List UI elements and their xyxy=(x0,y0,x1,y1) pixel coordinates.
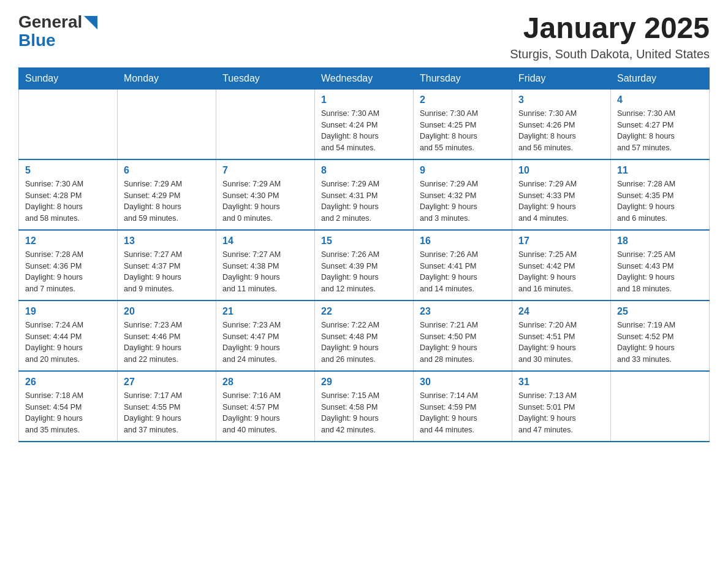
day-number: 28 xyxy=(222,377,308,388)
day-info: Sunrise: 7:29 AMSunset: 4:32 PMDaylight:… xyxy=(420,178,506,224)
calendar-cell: 29Sunrise: 7:15 AMSunset: 4:58 PMDayligh… xyxy=(315,371,414,442)
day-info: Sunrise: 7:23 AMSunset: 4:46 PMDaylight:… xyxy=(124,320,210,366)
day-number: 29 xyxy=(321,377,407,388)
day-number: 12 xyxy=(25,236,111,247)
day-info: Sunrise: 7:25 AMSunset: 4:42 PMDaylight:… xyxy=(518,249,604,295)
day-info: Sunrise: 7:29 AMSunset: 4:31 PMDaylight:… xyxy=(321,178,407,224)
day-number: 20 xyxy=(124,306,210,317)
day-number: 5 xyxy=(25,165,111,176)
day-info: Sunrise: 7:26 AMSunset: 4:39 PMDaylight:… xyxy=(321,249,407,295)
calendar-cell xyxy=(611,371,710,442)
day-info: Sunrise: 7:30 AMSunset: 4:25 PMDaylight:… xyxy=(420,108,506,154)
calendar-cell xyxy=(19,89,118,159)
day-info: Sunrise: 7:21 AMSunset: 4:50 PMDaylight:… xyxy=(420,320,506,366)
calendar-cell: 21Sunrise: 7:23 AMSunset: 4:47 PMDayligh… xyxy=(216,301,315,371)
calendar-cell: 8Sunrise: 7:29 AMSunset: 4:31 PMDaylight… xyxy=(315,159,414,230)
calendar-week-5: 26Sunrise: 7:18 AMSunset: 4:54 PMDayligh… xyxy=(19,371,710,442)
page-header: General Blue January 2025 Sturgis, South… xyxy=(18,12,710,61)
weekday-header-sunday: Sunday xyxy=(19,67,118,89)
calendar-cell: 3Sunrise: 7:30 AMSunset: 4:26 PMDaylight… xyxy=(512,89,611,159)
day-info: Sunrise: 7:29 AMSunset: 4:30 PMDaylight:… xyxy=(222,178,308,224)
calendar-header-row: SundayMondayTuesdayWednesdayThursdayFrid… xyxy=(19,67,710,89)
day-info: Sunrise: 7:20 AMSunset: 4:51 PMDaylight:… xyxy=(518,320,604,366)
day-number: 13 xyxy=(124,236,210,247)
day-info: Sunrise: 7:30 AMSunset: 4:24 PMDaylight:… xyxy=(321,108,407,154)
day-number: 31 xyxy=(518,377,604,388)
day-number: 2 xyxy=(420,94,506,105)
calendar-cell: 4Sunrise: 7:30 AMSunset: 4:27 PMDaylight… xyxy=(611,89,710,159)
calendar-cell: 26Sunrise: 7:18 AMSunset: 4:54 PMDayligh… xyxy=(19,371,118,442)
calendar-cell: 5Sunrise: 7:30 AMSunset: 4:28 PMDaylight… xyxy=(19,159,118,230)
day-info: Sunrise: 7:15 AMSunset: 4:58 PMDaylight:… xyxy=(321,390,407,436)
calendar-cell: 31Sunrise: 7:13 AMSunset: 5:01 PMDayligh… xyxy=(512,371,611,442)
day-number: 7 xyxy=(222,165,308,176)
calendar-cell: 7Sunrise: 7:29 AMSunset: 4:30 PMDaylight… xyxy=(216,159,315,230)
day-number: 22 xyxy=(321,306,407,317)
day-number: 4 xyxy=(617,94,703,105)
calendar-cell: 1Sunrise: 7:30 AMSunset: 4:24 PMDaylight… xyxy=(315,89,414,159)
calendar-cell: 18Sunrise: 7:25 AMSunset: 4:43 PMDayligh… xyxy=(611,230,710,301)
weekday-header-saturday: Saturday xyxy=(611,67,710,89)
calendar-cell: 6Sunrise: 7:29 AMSunset: 4:29 PMDaylight… xyxy=(118,159,216,230)
day-info: Sunrise: 7:30 AMSunset: 4:26 PMDaylight:… xyxy=(518,108,604,154)
day-number: 6 xyxy=(124,165,210,176)
day-info: Sunrise: 7:30 AMSunset: 4:27 PMDaylight:… xyxy=(617,108,703,154)
day-info: Sunrise: 7:23 AMSunset: 4:47 PMDaylight:… xyxy=(222,320,308,366)
day-info: Sunrise: 7:14 AMSunset: 4:59 PMDaylight:… xyxy=(420,390,506,436)
day-number: 15 xyxy=(321,236,407,247)
day-info: Sunrise: 7:27 AMSunset: 4:37 PMDaylight:… xyxy=(124,249,210,295)
day-number: 14 xyxy=(222,236,308,247)
day-info: Sunrise: 7:30 AMSunset: 4:28 PMDaylight:… xyxy=(25,178,111,224)
calendar-table: SundayMondayTuesdayWednesdayThursdayFrid… xyxy=(18,67,710,442)
day-info: Sunrise: 7:24 AMSunset: 4:44 PMDaylight:… xyxy=(25,320,111,366)
day-info: Sunrise: 7:16 AMSunset: 4:57 PMDaylight:… xyxy=(222,390,308,436)
svg-marker-0 xyxy=(84,16,97,29)
calendar-cell: 10Sunrise: 7:29 AMSunset: 4:33 PMDayligh… xyxy=(512,159,611,230)
day-number: 18 xyxy=(617,236,703,247)
day-number: 1 xyxy=(321,94,407,105)
calendar-cell: 30Sunrise: 7:14 AMSunset: 4:59 PMDayligh… xyxy=(414,371,512,442)
day-info: Sunrise: 7:26 AMSunset: 4:41 PMDaylight:… xyxy=(420,249,506,295)
day-number: 11 xyxy=(617,165,703,176)
calendar-cell: 19Sunrise: 7:24 AMSunset: 4:44 PMDayligh… xyxy=(19,301,118,371)
calendar-week-1: 1Sunrise: 7:30 AMSunset: 4:24 PMDaylight… xyxy=(19,89,710,159)
logo: General Blue xyxy=(18,12,97,49)
day-info: Sunrise: 7:18 AMSunset: 4:54 PMDaylight:… xyxy=(25,390,111,436)
calendar-cell xyxy=(216,89,315,159)
day-info: Sunrise: 7:19 AMSunset: 4:52 PMDaylight:… xyxy=(617,320,703,366)
calendar-cell: 2Sunrise: 7:30 AMSunset: 4:25 PMDaylight… xyxy=(414,89,512,159)
day-info: Sunrise: 7:22 AMSunset: 4:48 PMDaylight:… xyxy=(321,320,407,366)
weekday-header-wednesday: Wednesday xyxy=(315,67,414,89)
day-number: 30 xyxy=(420,377,506,388)
day-number: 26 xyxy=(25,377,111,388)
day-info: Sunrise: 7:17 AMSunset: 4:55 PMDaylight:… xyxy=(124,390,210,436)
logo-general-text: General xyxy=(18,12,82,32)
day-info: Sunrise: 7:29 AMSunset: 4:29 PMDaylight:… xyxy=(124,178,210,224)
calendar-cell: 20Sunrise: 7:23 AMSunset: 4:46 PMDayligh… xyxy=(118,301,216,371)
calendar-cell xyxy=(118,89,216,159)
calendar-cell: 9Sunrise: 7:29 AMSunset: 4:32 PMDaylight… xyxy=(414,159,512,230)
calendar-cell: 14Sunrise: 7:27 AMSunset: 4:38 PMDayligh… xyxy=(216,230,315,301)
day-number: 17 xyxy=(518,236,604,247)
calendar-week-4: 19Sunrise: 7:24 AMSunset: 4:44 PMDayligh… xyxy=(19,301,710,371)
day-number: 10 xyxy=(518,165,604,176)
calendar-cell: 12Sunrise: 7:28 AMSunset: 4:36 PMDayligh… xyxy=(19,230,118,301)
logo-triangle-icon xyxy=(84,16,97,29)
day-info: Sunrise: 7:27 AMSunset: 4:38 PMDaylight:… xyxy=(222,249,308,295)
subtitle: Sturgis, South Dakota, United States xyxy=(510,47,710,61)
day-number: 9 xyxy=(420,165,506,176)
calendar-week-2: 5Sunrise: 7:30 AMSunset: 4:28 PMDaylight… xyxy=(19,159,710,230)
day-info: Sunrise: 7:28 AMSunset: 4:36 PMDaylight:… xyxy=(25,249,111,295)
day-info: Sunrise: 7:28 AMSunset: 4:35 PMDaylight:… xyxy=(617,178,703,224)
calendar-cell: 16Sunrise: 7:26 AMSunset: 4:41 PMDayligh… xyxy=(414,230,512,301)
day-info: Sunrise: 7:13 AMSunset: 5:01 PMDaylight:… xyxy=(518,390,604,436)
calendar-cell: 17Sunrise: 7:25 AMSunset: 4:42 PMDayligh… xyxy=(512,230,611,301)
day-number: 21 xyxy=(222,306,308,317)
calendar-cell: 13Sunrise: 7:27 AMSunset: 4:37 PMDayligh… xyxy=(118,230,216,301)
calendar-cell: 23Sunrise: 7:21 AMSunset: 4:50 PMDayligh… xyxy=(414,301,512,371)
day-info: Sunrise: 7:25 AMSunset: 4:43 PMDaylight:… xyxy=(617,249,703,295)
weekday-header-friday: Friday xyxy=(512,67,611,89)
day-number: 23 xyxy=(420,306,506,317)
day-number: 27 xyxy=(124,377,210,388)
weekday-header-thursday: Thursday xyxy=(414,67,512,89)
